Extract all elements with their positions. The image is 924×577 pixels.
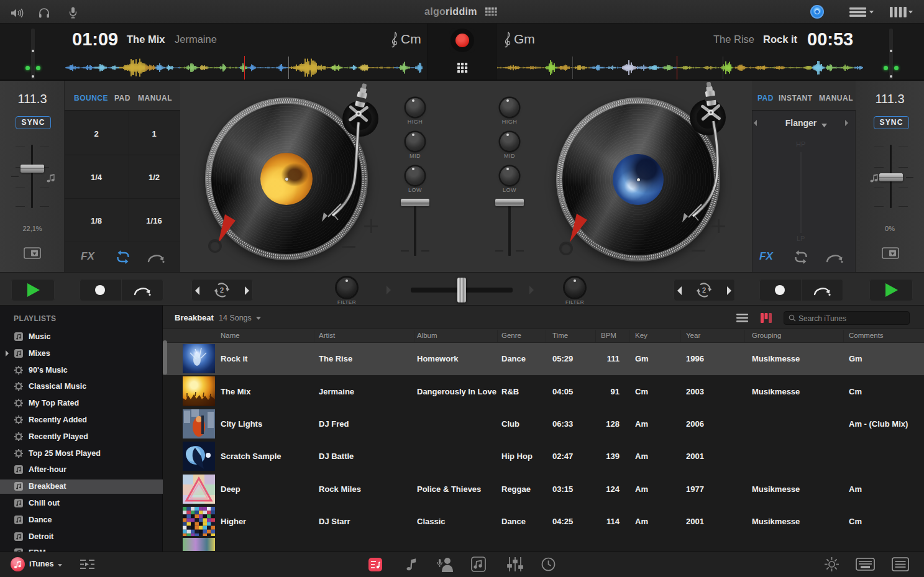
svg-text:2: 2 [220, 286, 224, 294]
svg-text:2: 2 [702, 286, 706, 294]
